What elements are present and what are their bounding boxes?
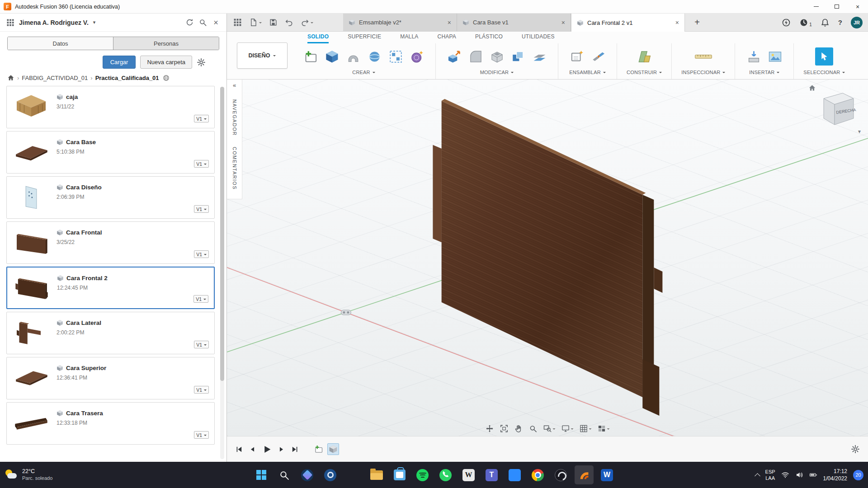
new-folder-button[interactable]: Nueva carpeta — [140, 56, 192, 69]
fillet-button[interactable] — [467, 46, 485, 67]
timeline-step-forward-button[interactable] — [278, 446, 285, 453]
measure-button[interactable] — [694, 46, 712, 67]
web-folder-icon[interactable] — [163, 75, 170, 81]
pattern-button[interactable] — [387, 46, 405, 67]
zoom-window-icon[interactable] — [543, 424, 556, 433]
panel-settings-gear-icon[interactable] — [197, 58, 206, 67]
notification-center-icon[interactable]: 1 — [799, 18, 812, 27]
close-panel-icon[interactable]: × — [212, 18, 220, 27]
undo-button[interactable] — [285, 18, 293, 27]
group-label-crear[interactable]: CREAR — [352, 70, 375, 75]
maximize-button[interactable] — [826, 0, 847, 13]
ribbon-tab-solido[interactable]: SOLIDO — [307, 33, 329, 43]
show-data-panel-icon[interactable] — [233, 18, 242, 27]
timeline-skip-start-button[interactable] — [235, 446, 243, 453]
model-body[interactable] — [433, 99, 663, 416]
search-icon[interactable] — [198, 18, 207, 27]
camera-icon[interactable] — [321, 465, 340, 484]
version-dropdown[interactable]: V1 — [193, 295, 208, 303]
list-item[interactable]: Cara Lateral 2:00:22 PM V1 — [6, 312, 215, 354]
group-label-modificar[interactable]: MODIFICAR — [480, 70, 514, 75]
start-button[interactable] — [252, 465, 271, 484]
taskbar-search-button[interactable] — [275, 465, 294, 484]
home-view-icon[interactable] — [808, 84, 816, 92]
timeline-step-back-button[interactable] — [249, 446, 256, 453]
view-cube-model[interactable]: DERECHA — [808, 83, 862, 136]
split-body-button[interactable] — [530, 46, 548, 67]
group-label-construir[interactable]: CONSTRUIR — [627, 70, 662, 75]
document-tab[interactable]: Cara Base v1 × — [457, 14, 571, 31]
list-item[interactable]: caja 3/11/22 V1 — [6, 86, 215, 128]
group-label-insertar[interactable]: INSERTAR — [749, 70, 779, 75]
group-label-ensamblar[interactable]: ENSAMBLAR — [569, 70, 606, 75]
combine-button[interactable] — [509, 46, 527, 67]
version-dropdown[interactable]: V1 — [194, 205, 209, 213]
version-dropdown[interactable]: V1 — [194, 250, 209, 258]
wikipedia-icon[interactable]: W — [459, 465, 478, 484]
word-icon[interactable]: W — [598, 465, 617, 484]
create-sketch-button[interactable] — [302, 46, 320, 67]
document-tab-active[interactable]: Cara Frontal 2 v1 × — [571, 14, 685, 32]
list-item[interactable]: Cara Frontal 3/25/22 V1 — [6, 221, 215, 264]
viewports-icon[interactable] — [598, 424, 610, 433]
revolve-button[interactable] — [344, 46, 362, 67]
navigator-tab[interactable]: NAVEGADOR — [232, 99, 237, 136]
help-icon[interactable]: ? — [838, 19, 842, 26]
create-form-button[interactable] — [408, 46, 426, 67]
teams-icon[interactable]: T — [482, 465, 501, 484]
account-caret-icon[interactable]: ▾ — [93, 19, 96, 25]
video-call-icon[interactable] — [505, 465, 524, 484]
close-tab-icon[interactable]: × — [561, 19, 565, 26]
avatar[interactable]: JR — [851, 17, 863, 28]
home-icon[interactable] — [7, 74, 14, 81]
workspace-selector[interactable]: DISEÑO — [237, 42, 288, 69]
file-menu-button[interactable] — [249, 18, 262, 27]
group-label-seleccionar[interactable]: SELECCIONAR — [803, 70, 845, 75]
origin-marker[interactable] — [341, 310, 351, 315]
volume-icon[interactable] — [795, 471, 803, 479]
fusion-360-taskbar-icon[interactable] — [575, 465, 594, 484]
sweep-button[interactable] — [365, 46, 383, 67]
app-grid-icon[interactable] — [6, 19, 14, 27]
whatsapp-icon[interactable] — [436, 465, 455, 484]
version-dropdown[interactable]: V1 — [194, 431, 209, 439]
upload-button[interactable]: Cargar — [103, 56, 136, 69]
ribbon-tab-utilidades[interactable]: UTILIDADES — [522, 33, 555, 43]
tray-chevron-icon[interactable] — [755, 473, 760, 479]
photos-icon[interactable] — [298, 465, 317, 484]
job-status-icon[interactable] — [782, 18, 791, 27]
mail-icon[interactable] — [344, 465, 363, 484]
extrude-button[interactable] — [323, 46, 341, 67]
pan-icon[interactable] — [514, 424, 523, 433]
new-tab-button[interactable]: + — [689, 14, 705, 31]
orbit-icon[interactable] — [486, 424, 494, 433]
wifi-icon[interactable] — [781, 471, 789, 479]
tab-datos[interactable]: Datos — [8, 37, 113, 50]
comments-tab[interactable]: COMENTARIOS — [232, 147, 237, 190]
refresh-icon[interactable] — [185, 18, 194, 27]
redo-button[interactable] — [301, 18, 313, 27]
version-dropdown[interactable]: V1 — [194, 115, 209, 122]
timeline-play-button[interactable] — [262, 445, 272, 454]
store-icon[interactable] — [390, 465, 409, 484]
construction-plane-button[interactable] — [635, 46, 653, 67]
version-dropdown[interactable]: V1 — [194, 341, 209, 348]
weather-widget[interactable]: 22°C Parc. soleado — [5, 468, 52, 481]
taskbar-clock[interactable]: 17:12 1/04/2022 — [823, 468, 847, 482]
view-cube[interactable]: DERECHA ▾ — [808, 83, 862, 136]
expand-panel-icon[interactable]: « — [233, 82, 236, 89]
new-component-button[interactable] — [568, 46, 586, 67]
ribbon-tab-superficie[interactable]: SUPERFICIE — [348, 33, 381, 43]
spotify-icon[interactable] — [413, 465, 432, 484]
view-cube-menu-caret[interactable]: ▾ — [858, 128, 861, 135]
select-button[interactable] — [815, 47, 833, 66]
list-item[interactable]: Cara Diseño 2:06:39 PM V1 — [6, 176, 215, 219]
close-tab-icon[interactable]: × — [448, 19, 451, 26]
breadcrumb-current-folder[interactable]: Practica_Calificada_01 — [95, 75, 159, 81]
insert-derive-button[interactable] — [745, 46, 763, 67]
ribbon-tab-malla[interactable]: MALLA — [400, 33, 418, 43]
press-pull-button[interactable] — [445, 46, 463, 67]
canvas-button[interactable] — [766, 46, 784, 67]
version-dropdown[interactable]: V1 — [194, 160, 209, 168]
close-tab-icon[interactable]: × — [675, 19, 679, 26]
